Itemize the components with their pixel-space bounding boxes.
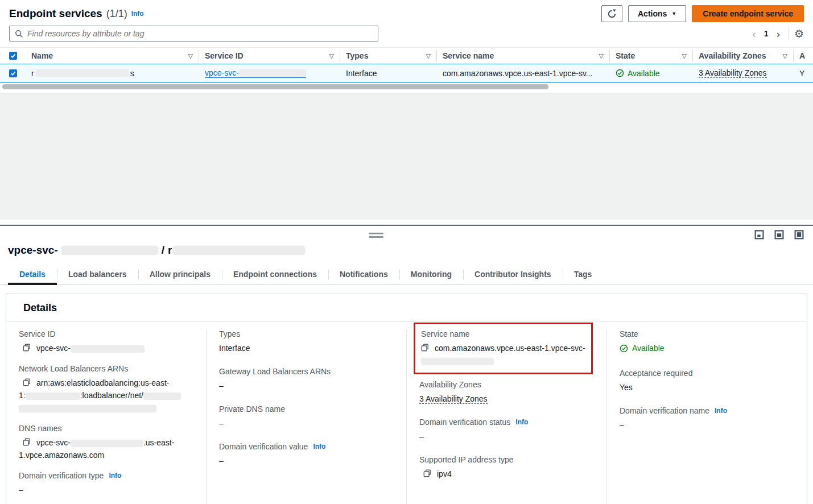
- filter-icon[interactable]: ▽: [188, 52, 193, 60]
- column-header-name[interactable]: Name: [31, 51, 188, 60]
- resource-count: (1/1): [106, 8, 127, 20]
- field-service-id: Service ID vpce-svc-: [19, 329, 192, 354]
- current-page[interactable]: 1: [764, 29, 769, 38]
- detail-tabs: Details Load balancers Allow principals …: [0, 266, 813, 285]
- info-link[interactable]: Info: [515, 418, 528, 426]
- field-domain-verification-name: Domain verification nameInfo –: [620, 406, 793, 431]
- redacted-text: [421, 358, 494, 365]
- column-header-acceptance: A: [799, 51, 813, 60]
- title-info-link[interactable]: Info: [131, 10, 144, 18]
- filter-icon[interactable]: ▽: [329, 52, 334, 60]
- column-header-service-name[interactable]: Service name: [443, 51, 599, 60]
- redacted-text: [26, 393, 80, 400]
- cell-service-name: com.amazonaws.vpce.us-east-1.vpce-sv...: [437, 69, 610, 78]
- availability-zones-link[interactable]: 3 Availability Zones: [699, 68, 767, 78]
- panel-position-bottom-small-icon[interactable]: [754, 230, 764, 239]
- actions-button[interactable]: Actions ▼: [628, 5, 686, 22]
- search-input[interactable]: [27, 29, 373, 38]
- cell-name: rs: [26, 69, 199, 78]
- actions-button-label: Actions: [638, 9, 667, 18]
- create-endpoint-service-button[interactable]: Create endpoint service: [692, 5, 804, 22]
- field-types: Types Interface: [219, 329, 393, 354]
- redacted-text: [36, 69, 129, 77]
- settings-gear-icon[interactable]: ⚙: [794, 28, 804, 39]
- page-title: Endpoint services: [9, 7, 102, 20]
- redacted-text: [239, 69, 306, 77]
- split-panel-title: vpce-svc- / r: [8, 244, 804, 257]
- copy-icon[interactable]: [23, 378, 31, 386]
- check-circle-icon: [620, 344, 628, 353]
- chevron-down-icon: ▼: [671, 11, 676, 16]
- field-glb-arns: Gateway Load Balancers ARNs –: [219, 367, 393, 392]
- row-checkbox[interactable]: [9, 69, 17, 77]
- field-private-dns-name: Private DNS name –: [219, 404, 393, 429]
- column-header-state[interactable]: State: [616, 51, 682, 60]
- details-card: Details Service ID vpce-svc-: [6, 294, 807, 504]
- field-nlb-arns: Network Load Balancers ARNs arn:aws:elas…: [19, 364, 192, 414]
- field-supported-ip: Supported IP address type ipv4: [419, 455, 593, 480]
- redacted-text: [71, 440, 143, 447]
- availability-zones-link[interactable]: 3 Availability Zones: [419, 394, 488, 404]
- field-domain-verification-type: Domain verification typeInfo –: [19, 471, 192, 496]
- endpoint-services-table: Name▽ Service ID▽ Types▽ Service name▽ S…: [0, 47, 813, 94]
- refresh-icon: [607, 9, 617, 19]
- service-id-link[interactable]: vpce-svc-: [205, 68, 306, 78]
- filter-icon[interactable]: ▽: [783, 52, 787, 60]
- previous-page-button[interactable]: ‹: [753, 28, 756, 39]
- redacted-text: [61, 246, 158, 255]
- filter-icon[interactable]: ▽: [682, 52, 687, 60]
- info-link[interactable]: Info: [109, 472, 121, 480]
- split-panel-drag-handle[interactable]: [369, 233, 383, 239]
- check-circle-icon: [616, 69, 624, 77]
- field-acceptance-required: Acceptance required Yes: [620, 369, 793, 394]
- cell-acceptance: Y: [794, 69, 813, 78]
- redacted-text: [19, 405, 156, 412]
- panel-position-side-icon[interactable]: [794, 230, 804, 239]
- details-column-2: Types Interface Gateway Load Balancers A…: [206, 329, 406, 504]
- split-panel: vpce-svc- / r Details Load balancers All…: [0, 225, 813, 504]
- pagination: ‹ 1 ›: [753, 28, 780, 39]
- tab-load-balancers[interactable]: Load balancers: [57, 266, 138, 284]
- tab-monitoring[interactable]: Monitoring: [399, 266, 463, 284]
- divider: [788, 27, 789, 40]
- info-link[interactable]: Info: [313, 443, 325, 451]
- tab-notifications[interactable]: Notifications: [328, 266, 399, 284]
- copy-icon[interactable]: [23, 438, 31, 446]
- column-header-service-id[interactable]: Service ID: [205, 51, 329, 60]
- content-background: [0, 94, 813, 220]
- field-dns-names: DNS names vpce-svc-.us-east- 1.vpce.amaz…: [19, 424, 192, 461]
- field-availability-zones: Availability Zones 3 Availability Zones: [419, 380, 593, 405]
- field-service-name-highlighted: Service name com.amazonaws.vpce.us-east-…: [414, 323, 593, 374]
- split-panel-position-controls: [754, 230, 804, 239]
- table-row[interactable]: rs vpce-svc- Interface com.amazonaws.vpc…: [0, 64, 813, 82]
- field-state: State Available: [620, 329, 793, 356]
- state-badge: Available: [620, 342, 665, 354]
- copy-icon[interactable]: [423, 469, 431, 477]
- refresh-button[interactable]: [601, 5, 622, 22]
- column-header-types[interactable]: Types: [346, 51, 426, 60]
- copy-icon[interactable]: [421, 344, 429, 352]
- redacted-text: [173, 246, 305, 255]
- details-column-4: State Available Accept: [606, 329, 807, 504]
- tab-contributor-insights[interactable]: Contributor Insights: [463, 266, 563, 284]
- search-box[interactable]: [9, 26, 378, 42]
- info-link[interactable]: Info: [715, 407, 727, 415]
- horizontal-scrollbar-thumb[interactable]: [2, 84, 548, 89]
- page-header: Endpoint services (1/1) Info Actions ▼ C…: [0, 0, 813, 23]
- column-header-availability-zones[interactable]: Availability Zones: [699, 51, 783, 60]
- filter-icon[interactable]: ▽: [426, 52, 431, 60]
- field-domain-verification-value: Domain verification valueInfo –: [219, 442, 393, 467]
- toolbar: ‹ 1 › ⚙: [0, 23, 813, 47]
- redacted-text: [71, 345, 145, 353]
- copy-icon[interactable]: [23, 344, 31, 352]
- tab-tags[interactable]: Tags: [563, 266, 604, 284]
- select-all-checkbox[interactable]: [9, 52, 17, 60]
- panel-position-bottom-icon[interactable]: [774, 230, 784, 239]
- tab-details[interactable]: Details: [8, 266, 57, 284]
- filter-icon[interactable]: ▽: [599, 52, 604, 60]
- endpoint-services-page: Endpoint services (1/1) Info Actions ▼ C…: [0, 0, 813, 504]
- state-badge: Available: [616, 69, 660, 78]
- tab-endpoint-connections[interactable]: Endpoint connections: [222, 266, 328, 284]
- tab-allow-principals[interactable]: Allow principals: [138, 266, 222, 284]
- next-page-button[interactable]: ›: [777, 28, 780, 39]
